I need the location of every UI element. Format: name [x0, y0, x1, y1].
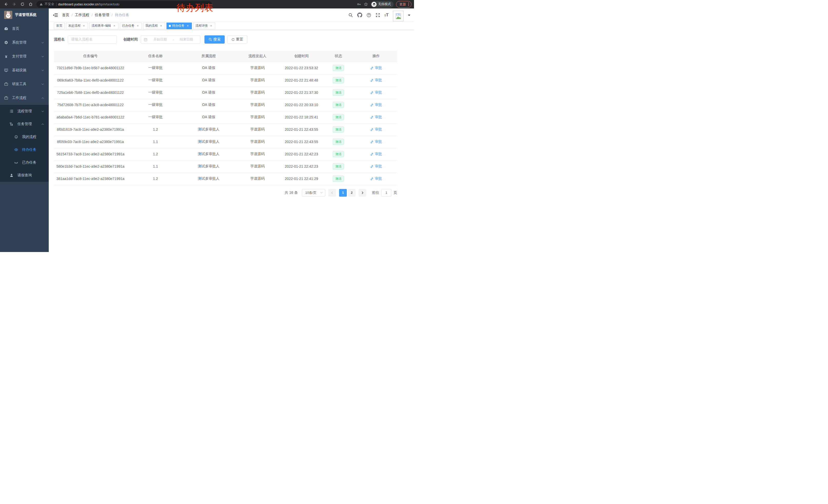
tab-close-icon[interactable]: × [82, 24, 86, 28]
approve-link[interactable]: 审批 [370, 164, 382, 169]
search-button-label: 搜索 [213, 37, 220, 42]
chevron-down-icon [41, 110, 44, 113]
browser-update-button[interactable]: 更新 [396, 1, 411, 8]
approve-link[interactable]: 审批 [370, 152, 382, 156]
cell-task-id: 069c6a63-7b8a-11ec-8ef0-acde48001122 [54, 74, 127, 86]
page-number-button[interactable]: 2 [348, 189, 356, 197]
reset-button[interactable]: 重置 [227, 35, 247, 44]
tab-item[interactable]: 发起流程 × [66, 22, 88, 29]
tab-close-icon[interactable]: × [136, 24, 139, 28]
sidebar-menu: 首页 系统管理 ¥ 支付管理 基础设施 研发工具 工作流程 流程管理 任务管理 [0, 22, 49, 182]
browser-home-button[interactable] [27, 1, 34, 8]
sidebar-item-task-mgmt[interactable]: 任务管理 [0, 118, 49, 131]
date-range-picker[interactable]: 开始日期 - 结束日期 [141, 35, 200, 44]
approve-link[interactable]: 审批 [370, 115, 382, 120]
incognito-label: 无痕模式 [378, 2, 391, 6]
browser-reload-button[interactable] [19, 1, 26, 8]
sidebar-item-system[interactable]: 系统管理 [0, 36, 49, 49]
password-key-icon[interactable] [357, 2, 361, 6]
cell-process: OA 请假 [184, 111, 234, 123]
user-avatar[interactable] [393, 11, 404, 21]
page-number-button[interactable]: 1 [339, 189, 347, 197]
cell-task-id: 381aa1dd-7ac8-11ec-a9e2-a2380e71991a [54, 173, 127, 185]
tab-item[interactable]: 已办任务 × [120, 22, 142, 29]
prev-page-button[interactable] [328, 189, 336, 197]
tab-item[interactable]: 流程详情 × [193, 22, 215, 29]
sidebar-item-leave-query[interactable]: 请假查询 [0, 169, 49, 182]
approve-link[interactable]: 审批 [370, 78, 382, 83]
search-button[interactable]: 搜索 [204, 35, 225, 44]
tags-view-bar: 首页 发起流程 × 流程表单-编辑 × 已办任务 × 我的流程 × 待办任务 ×… [49, 21, 414, 30]
cell-task-name: 一级审批 [127, 74, 184, 86]
sidebar-item-infra[interactable]: 基础设施 [0, 63, 49, 77]
cell-task-name: 1.2 [127, 123, 184, 136]
cell-process: 测试多审批人 [184, 148, 234, 160]
select-caret-icon [320, 191, 323, 194]
approve-link[interactable]: 审批 [370, 176, 382, 181]
search-icon[interactable] [348, 13, 353, 17]
tab-label: 发起流程 [68, 24, 81, 28]
breadcrumb-home[interactable]: 首页 [62, 13, 69, 17]
sidebar-item-process-mgmt[interactable]: 流程管理 [0, 105, 49, 118]
status-badge: 激活 [333, 176, 344, 182]
cell-starter: 芋道源码 [234, 160, 281, 173]
sidebar-item-payment[interactable]: ¥ 支付管理 [0, 49, 49, 63]
chevron-down-icon [41, 41, 44, 44]
help-question-icon[interactable] [367, 13, 371, 17]
page-size-select[interactable]: 10条/页 [302, 189, 325, 197]
chevron-down-icon [41, 83, 44, 86]
reset-button-label: 重置 [236, 37, 243, 42]
font-size-icon[interactable]: TT [384, 13, 389, 17]
sidebar-item-home[interactable]: 首页 [0, 22, 49, 36]
browser-menu-kebab-icon[interactable] [408, 2, 409, 6]
cell-starter: 芋道源码 [234, 123, 281, 136]
breadcrumb-workflow[interactable]: 工作流程 [75, 13, 89, 17]
cell-task-name: 一级审批 [127, 62, 184, 74]
cell-create-time: 2022-01-22 21:37:30 [281, 86, 322, 99]
github-icon[interactable] [357, 12, 362, 17]
table-row: 069c6a63-7b8a-11ec-8ef0-acde48001122 一级审… [54, 74, 397, 86]
sidebar-item-my-process[interactable]: 我的流程 [0, 131, 49, 143]
cell-create-time: 2022-01-21 22:41:29 [281, 173, 322, 185]
approve-link[interactable]: 审批 [370, 139, 382, 144]
sidebar-item-label: 流程管理 [17, 109, 32, 113]
browser-forward-button[interactable] [11, 1, 17, 8]
tab-close-icon[interactable]: × [113, 24, 116, 28]
tab-item[interactable]: 我的流程 × [143, 22, 165, 29]
tab-close-icon[interactable]: × [159, 24, 163, 28]
filter-form: 流程名 请输入流程名 创建时间 开始日期 - 结束日期 搜索 [54, 35, 397, 44]
cell-task-id: 725a1eb6-7b88-11ec-8ef0-acde48001122 [54, 86, 127, 99]
tab-close-icon[interactable]: × [209, 24, 213, 28]
approve-link[interactable]: 审批 [370, 102, 382, 107]
sidebar-item-workflow[interactable]: 工作流程 [0, 91, 49, 105]
tab-item[interactable]: 待办任务 × [166, 22, 192, 29]
process-name-label: 流程名 [54, 37, 65, 42]
sidebar-item-label: 工作流程 [12, 96, 27, 100]
breadcrumb-task-mgmt[interactable]: 任务管理 [95, 13, 109, 17]
sidebar-collapse-icon[interactable] [53, 13, 58, 17]
sidebar-item-todo-task[interactable]: 待办任务 [0, 143, 49, 156]
approve-link[interactable]: 审批 [370, 90, 382, 95]
process-name-input[interactable]: 请输入流程名 [68, 35, 117, 44]
goto-page-input[interactable]: 1 [381, 189, 391, 197]
sidebar-item-done-task[interactable]: 已办任务 [0, 156, 49, 169]
sidebar-item-devtools[interactable]: 研发工具 [0, 77, 49, 91]
tab-close-icon[interactable]: × [186, 24, 190, 28]
tab-label: 我的流程 [146, 24, 158, 28]
avatar-caret-down-icon[interactable] [408, 15, 410, 17]
fullscreen-icon[interactable] [376, 13, 380, 17]
status-badge: 激活 [333, 151, 344, 157]
cell-task-name: 1.2 [127, 148, 184, 160]
approve-link[interactable]: 审批 [370, 127, 382, 132]
sidebar-item-label: 待办任务 [22, 147, 36, 152]
app-logo-row[interactable]: 芋道管理系统 [0, 8, 49, 21]
tab-item[interactable]: 首页 [54, 22, 65, 29]
next-page-button[interactable] [359, 189, 366, 197]
cell-task-id: 73211d9d-7b9b-11ec-b5b7-acde48001122 [54, 62, 127, 74]
tab-item[interactable]: 流程表单-编辑 × [89, 22, 119, 29]
browser-back-button[interactable] [3, 1, 9, 8]
bookmark-star-icon[interactable] [364, 2, 368, 6]
approve-link[interactable]: 审批 [370, 65, 382, 70]
address-bar[interactable]: 不安全 dashboard.yudao.iocoder.cn/bpm/task/… [36, 1, 212, 8]
breadcrumb-current: 待办任务 [115, 13, 129, 17]
